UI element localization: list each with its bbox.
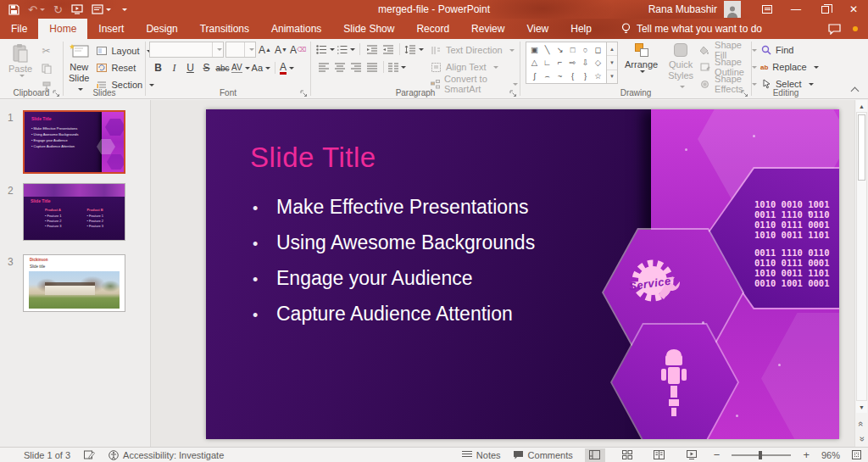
find-button[interactable]: Find	[760, 42, 818, 58]
accessibility-status[interactable]: Accessibility: Investigate	[108, 450, 224, 460]
fit-slide-to-window-icon[interactable]	[852, 450, 861, 459]
quick-styles-button[interactable]: Quick Styles	[665, 42, 697, 93]
slide-body-text[interactable]: •Make Effective Presentations •Using Awe…	[253, 196, 535, 338]
close-button[interactable]: ✕	[839, 0, 868, 19]
shape-textbox-icon[interactable]: ▣	[528, 43, 541, 56]
shape-fill-button[interactable]: Shape Fill	[700, 42, 757, 58]
slide-sorter-view-button[interactable]	[617, 448, 637, 462]
replace-button[interactable]: ab Replace	[760, 59, 818, 75]
align-left-button[interactable]	[316, 59, 331, 75]
clear-formatting-button[interactable]: A⌫	[290, 42, 306, 58]
strikethrough-button[interactable]: S	[199, 60, 214, 75]
shape-star-icon[interactable]: ☆	[592, 70, 604, 82]
tab-review[interactable]: Review	[460, 19, 515, 39]
tab-design[interactable]: Design	[135, 19, 188, 39]
slide-title[interactable]: Slide Title	[250, 142, 376, 174]
start-from-beginning-icon[interactable]	[71, 4, 83, 14]
undo-icon[interactable]: ↶	[28, 4, 45, 15]
pen-icon[interactable]	[84, 450, 95, 459]
scrollbar-track[interactable]	[856, 112, 867, 401]
zoom-slider-thumb[interactable]	[759, 451, 762, 459]
bold-button[interactable]: B	[151, 60, 165, 75]
tab-transitions[interactable]: Transitions	[189, 19, 260, 39]
tab-record[interactable]: Record	[405, 19, 460, 39]
shape-line-icon[interactable]: ╲	[541, 43, 554, 56]
tab-help[interactable]: Help	[559, 19, 603, 39]
tab-insert[interactable]: Insert	[87, 19, 135, 39]
comments-button[interactable]: Comments	[513, 450, 573, 460]
font-dialog-launcher[interactable]	[300, 90, 308, 97]
font-color-button[interactable]: A	[280, 60, 294, 75]
character-spacing-button[interactable]: AV	[231, 60, 250, 75]
tab-view[interactable]: View	[515, 19, 559, 39]
paste-button[interactable]: Paste	[5, 42, 36, 94]
restore-button[interactable]	[810, 0, 839, 19]
italic-button[interactable]: I	[167, 60, 181, 75]
comments-bubble-icon[interactable]	[828, 24, 841, 35]
zoom-slider[interactable]	[732, 454, 791, 456]
new-slide-qat-icon[interactable]	[92, 4, 111, 14]
clipboard-dialog-launcher[interactable]	[53, 90, 60, 97]
normal-view-button[interactable]	[585, 448, 605, 462]
cut-icon[interactable]: ✂	[39, 43, 53, 58]
scroll-down-icon[interactable]: ▼	[856, 401, 867, 413]
collapse-ribbon-icon[interactable]	[852, 86, 860, 93]
slide3-thumbnail[interactable]: Dickinson Slide title	[23, 254, 125, 312]
shape-right-arrow-icon[interactable]: ⇨	[566, 56, 579, 69]
tab-home[interactable]: Home	[38, 19, 87, 39]
notes-button[interactable]: Notes	[462, 450, 501, 460]
gallery-down-icon[interactable]: ▼	[607, 56, 617, 70]
zoom-in-button[interactable]: +	[803, 448, 810, 461]
avatar[interactable]	[724, 1, 741, 18]
tab-slide-show[interactable]: Slide Show	[332, 19, 405, 39]
minimize-button[interactable]: —	[782, 0, 810, 19]
slide2-thumbnail[interactable]: Slide Title Product A • Feature 1 • Feat…	[23, 183, 125, 241]
shapes-gallery[interactable]: ▣ ╲ ↘ □ ○ ◻ △ ∟ ⌐ ⇨ ⇩ ◇ ∫ ⌢ ~	[526, 42, 607, 84]
shape-scribble-icon[interactable]: ∫	[528, 70, 541, 82]
text-shadow-button[interactable]: abc	[215, 60, 230, 75]
shape-arrow-icon[interactable]: ↘	[554, 43, 566, 56]
scrollbar-thumb[interactable]	[858, 114, 865, 181]
gallery-more-icon[interactable]: ▼	[607, 70, 617, 83]
align-center-button[interactable]	[332, 59, 347, 75]
customize-qat-icon[interactable]	[120, 8, 127, 11]
shape-rectangle-icon[interactable]: □	[566, 43, 579, 56]
shrink-font-button[interactable]: A▼	[274, 42, 288, 58]
shape-outline-button[interactable]: Shape Outline	[700, 59, 757, 75]
redo-icon[interactable]: ↻	[53, 4, 63, 15]
grow-font-button[interactable]: A▲	[258, 42, 272, 58]
change-case-button[interactable]: Aa	[252, 60, 270, 75]
next-slide-button[interactable]: «	[856, 432, 867, 446]
tab-file[interactable]: File	[0, 19, 38, 39]
shape-down-arrow-icon[interactable]: ⇩	[579, 56, 592, 69]
slide1-thumbnail[interactable]: Slide Title • Make Effective Presentatio…	[23, 110, 125, 174]
shape-triangle-icon[interactable]: △	[528, 56, 541, 69]
zoom-level[interactable]: 96%	[821, 450, 840, 460]
zoom-out-button[interactable]: −	[714, 448, 721, 461]
slide-editor[interactable]: Slide Title •Make Effective Presentation…	[206, 109, 839, 439]
line-spacing-button[interactable]	[404, 42, 424, 57]
ribbon-display-options-icon[interactable]	[753, 0, 782, 19]
shape-arc-icon[interactable]: ⌢	[541, 70, 554, 82]
columns-button[interactable]	[388, 59, 406, 75]
decrease-indent-button[interactable]	[364, 42, 379, 57]
shape-left-brace-icon[interactable]: {	[566, 70, 579, 82]
slide-show-button[interactable]	[682, 448, 702, 462]
previous-slide-button[interactable]: «	[856, 417, 867, 431]
tell-me-box[interactable]: Tell me what you want to do	[621, 19, 762, 39]
shape-rounded-rect-icon[interactable]: ◻	[592, 43, 604, 56]
drawing-dialog-launcher[interactable]	[741, 90, 748, 97]
increase-indent-button[interactable]	[381, 42, 395, 57]
reading-view-button[interactable]	[649, 448, 670, 462]
gallery-up-icon[interactable]: ▲	[607, 42, 617, 56]
shape-oval-icon[interactable]: ○	[579, 43, 592, 56]
copy-icon[interactable]	[39, 61, 53, 76]
underline-button[interactable]: U	[183, 60, 198, 75]
shape-elbow-icon[interactable]: ∟	[541, 56, 554, 69]
justify-button[interactable]	[364, 59, 379, 75]
shape-right-brace-icon[interactable]: }	[579, 70, 592, 82]
font-size-combobox[interactable]	[225, 42, 256, 58]
shape-curve-icon[interactable]: ~	[554, 70, 566, 82]
scroll-up-icon[interactable]: ▲	[856, 100, 867, 112]
bullets-button[interactable]	[316, 42, 335, 57]
